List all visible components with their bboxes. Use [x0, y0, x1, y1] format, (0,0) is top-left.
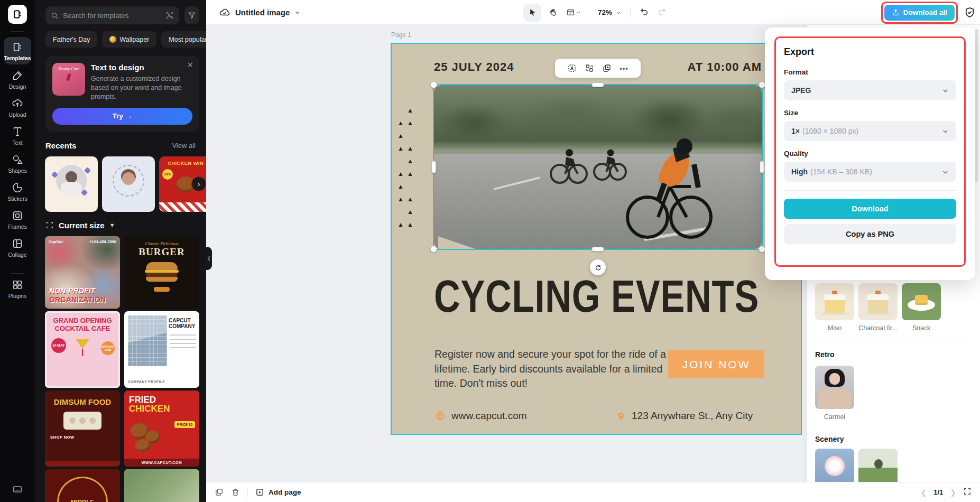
- poster-date[interactable]: 25 JULY 2024: [434, 60, 514, 74]
- format-select[interactable]: JPEG: [784, 80, 956, 100]
- asset-item-miso[interactable]: Miso: [815, 283, 854, 332]
- selected-image-frame[interactable]: [433, 84, 763, 250]
- card-caption: COMPANY PROFILE: [128, 380, 165, 384]
- template-card-follow[interactable]: FOLLOW WITH: [124, 469, 199, 502]
- duplicate-page-button[interactable]: [215, 488, 224, 497]
- sidebar-item-upload[interactable]: Upload: [8, 98, 26, 118]
- chevron-down-icon: [576, 10, 581, 15]
- layout-tool-button[interactable]: [565, 4, 583, 22]
- rotate-handle[interactable]: [590, 259, 606, 275]
- template-card-cocktail[interactable]: GRAND OPENING COCKTAIL CAFE 24 MAY OPEN …: [45, 311, 120, 388]
- resize-handle-right[interactable]: [760, 161, 764, 173]
- toolbar-divider: [630, 8, 631, 17]
- tag-chip-fathers-day[interactable]: Father's Day: [45, 31, 97, 48]
- asset-label: Miso: [815, 324, 854, 332]
- next-page-icon[interactable]: ❯: [950, 488, 956, 497]
- cyclist-graphic: [434, 85, 762, 249]
- resize-handle-top-left[interactable]: [430, 81, 437, 88]
- cyclist-photo: [434, 85, 762, 249]
- copy-as-png-button[interactable]: Copy as PNG: [784, 224, 956, 244]
- add-page-button[interactable]: Add page: [255, 488, 301, 497]
- template-card-middle-east[interactable]: MIDDLE EAST FOOD: [45, 469, 120, 502]
- try-button[interactable]: Try →: [52, 108, 192, 125]
- export-title: Export: [784, 47, 956, 58]
- asset-item-charcoal[interactable]: Charcoal fir...: [858, 283, 898, 332]
- zoom-control[interactable]: 72%: [598, 8, 621, 16]
- select-tool-button[interactable]: [523, 4, 541, 22]
- panel-collapse-handle[interactable]: ❮: [206, 247, 212, 270]
- doc-title-group[interactable]: Untitled image: [219, 0, 300, 25]
- template-card-fried-chicken[interactable]: FRIED CHICKEN PRICE $5 WWW.CAPCUT.COM: [124, 391, 199, 467]
- filter-button[interactable]: [184, 6, 199, 24]
- resize-handle-left[interactable]: [431, 161, 436, 173]
- tag-chip-wallpaper[interactable]: Wallpaper: [102, 31, 156, 48]
- fullscreen-icon[interactable]: [963, 487, 972, 498]
- asset-item-flower[interactable]: [815, 449, 854, 482]
- template-card-company[interactable]: CAPCUT COMPANY COMPANY PROFILE: [124, 311, 199, 388]
- resize-handle-bottom-left[interactable]: [430, 246, 437, 253]
- card-title: COCKTAIL CAFE: [45, 325, 120, 333]
- globe-icon: [434, 410, 446, 422]
- download-all-button[interactable]: Download all: [884, 5, 955, 21]
- view-all-link[interactable]: View all: [172, 142, 196, 150]
- close-icon[interactable]: ✕: [187, 60, 193, 70]
- size-select[interactable]: 1× (1080 × 1080 px): [784, 121, 956, 141]
- quality-select[interactable]: High (154 KB – 308 KB): [784, 162, 956, 182]
- previous-page-icon[interactable]: ❮: [920, 488, 927, 497]
- sidebar-item-stickers[interactable]: Stickers: [7, 182, 27, 202]
- resize-handle-bottom[interactable]: [591, 247, 604, 252]
- shield-check-icon[interactable]: [964, 6, 976, 18]
- sidebar-item-design[interactable]: Design: [9, 70, 26, 90]
- sidebar-item-text[interactable]: Text: [12, 126, 23, 146]
- badge: OPEN AT 8AM: [101, 341, 115, 355]
- recent-thumbnail-portrait[interactable]: [45, 156, 98, 212]
- badge: 24 MAY: [51, 338, 66, 353]
- poster-title[interactable]: CYCLING EVENTS: [392, 270, 801, 322]
- lipstick-graphic: [66, 73, 71, 81]
- asset-item-carmel[interactable]: Carmel: [815, 366, 854, 421]
- poster-website[interactable]: www.capcut.com: [434, 410, 527, 422]
- poster-body-text[interactable]: Register now and secure your spot for th…: [434, 347, 671, 391]
- sidebar-item-shapes[interactable]: Shapes: [8, 154, 27, 174]
- sidebar-item-collage[interactable]: Collage: [8, 238, 27, 258]
- join-now-button[interactable]: JOIN NOW: [668, 350, 764, 378]
- asset-label: Snack: [902, 324, 941, 332]
- capcut-logo[interactable]: [8, 5, 27, 24]
- template-card-burger[interactable]: Classic Delicious BURGER: [124, 236, 199, 309]
- section-divider: [815, 341, 969, 341]
- current-size-label: Current size: [59, 221, 105, 230]
- floating-toolbar: •••: [555, 59, 641, 78]
- chevron-down-icon: [294, 10, 300, 15]
- sidebar-item-frames[interactable]: Frames: [8, 210, 27, 230]
- replace-icon[interactable]: [585, 63, 594, 73]
- remove-background-icon[interactable]: [567, 63, 577, 73]
- keyboard-shortcuts-icon[interactable]: [12, 484, 23, 497]
- template-card-nonprofit[interactable]: CapCut+123-456-7890 NON-PROFIT ORGANIZAT…: [45, 236, 120, 309]
- duplicate-icon[interactable]: [602, 63, 612, 73]
- undo-button[interactable]: [640, 7, 649, 18]
- current-size-header[interactable]: Current size ▼: [45, 221, 196, 230]
- download-button[interactable]: Download: [784, 199, 956, 219]
- asset-thumbnail: [902, 283, 941, 320]
- poster-address[interactable]: 123 Anywhare St., Any City: [616, 410, 753, 422]
- image-search-icon[interactable]: [165, 11, 174, 20]
- top-toolbar: Untitled image 72%: [206, 0, 980, 25]
- asset-item-snack[interactable]: Snack: [902, 283, 941, 332]
- tutorial-highlight-box: Download all: [881, 2, 958, 24]
- redo-button[interactable]: [657, 7, 667, 18]
- sidebar-item-templates[interactable]: Templates: [4, 37, 31, 64]
- poster-time[interactable]: AT 10:00 AM: [687, 60, 762, 74]
- scrollbar[interactable]: [975, 29, 978, 182]
- design-page[interactable]: 25 JULY 2024 AT 10:00 AM ••• ▲ ▲▲ ▲ ▲▲ ▲…: [391, 43, 802, 435]
- search-input[interactable]: [63, 12, 156, 20]
- template-card-dimsum[interactable]: DIMSUM FOOD SHOP NOW: [45, 391, 120, 467]
- hand-tool-button[interactable]: [544, 4, 562, 22]
- resize-handle-top[interactable]: [591, 82, 604, 87]
- tag-chip-most-popular[interactable]: Most popular: [161, 31, 206, 48]
- recent-thumbnail-wreath[interactable]: [102, 156, 155, 212]
- recents-next-icon[interactable]: ›: [191, 176, 206, 191]
- more-options-icon[interactable]: •••: [620, 64, 628, 72]
- delete-page-button[interactable]: [231, 488, 240, 497]
- sidebar-item-plugins[interactable]: Plugins: [8, 279, 26, 299]
- asset-item-landscape[interactable]: [858, 449, 898, 482]
